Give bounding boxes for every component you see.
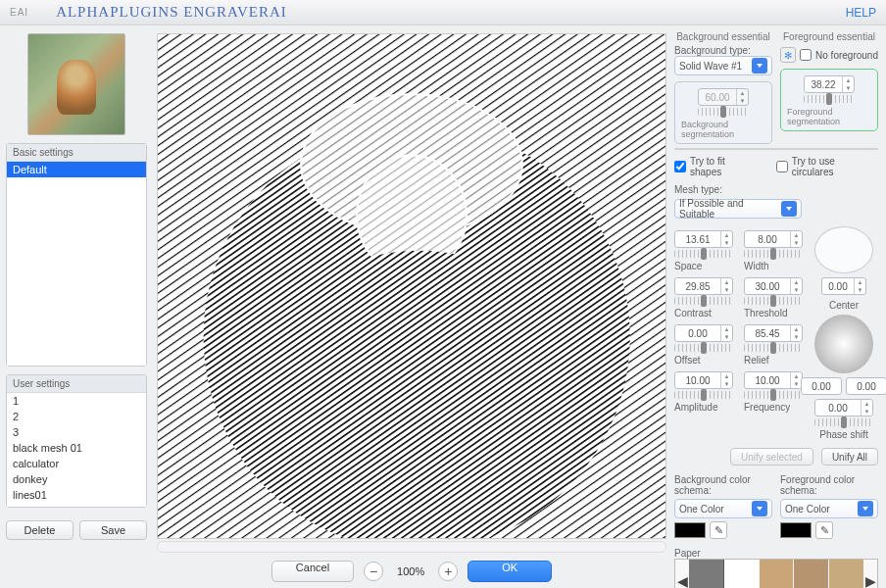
eyedropper-icon[interactable]: ✎ <box>710 521 727 539</box>
cancel-button[interactable]: Cancel <box>271 561 354 582</box>
phase-label: Phase shift <box>819 429 867 440</box>
width-input[interactable]: 8.00▲▼ <box>744 230 803 248</box>
contrast-input[interactable]: 29.85▲▼ <box>674 277 733 295</box>
list-item[interactable]: 2 <box>7 409 146 424</box>
offset-label: Offset <box>674 355 701 366</box>
paper-swatch[interactable]: paper03 <box>829 560 863 588</box>
frequency-label: Frequency <box>744 402 790 413</box>
tab-geometry[interactable]: Geometry <box>675 149 776 150</box>
phase-slider[interactable] <box>814 418 873 426</box>
center-gradient[interactable] <box>814 315 873 373</box>
bg-segmentation-label: Background segmentation <box>681 120 765 139</box>
no-foreground-checkbox[interactable]: No foreground <box>800 49 878 61</box>
threshold-slider[interactable] <box>744 297 803 305</box>
save-button[interactable]: Save <box>79 520 147 540</box>
space-input[interactable]: 13.61▲▼ <box>674 230 733 248</box>
paper-swatch[interactable]: paper01 <box>760 560 794 588</box>
paper-swatch[interactable]: None <box>689 560 723 588</box>
bg-type-value: Solid Wave #1 <box>679 61 742 72</box>
paper-label: Paper <box>674 548 878 559</box>
offset-input[interactable]: 0.00▲▼ <box>674 324 733 342</box>
list-item[interactable]: 3 <box>7 424 146 440</box>
eyedropper-icon[interactable]: ✎ <box>815 521 833 539</box>
bg-essential-header: Background essential <box>674 31 772 42</box>
user-settings-list[interactable]: 123black mesh 01calculatordonkeylines01m… <box>7 393 146 507</box>
amplitude-slider[interactable] <box>674 391 733 399</box>
mesh-type-value: If Possible and Suitable <box>679 198 781 220</box>
center-y-input[interactable]: 0.00 <box>846 377 886 395</box>
bg-schema-label: Background color schema: <box>674 474 772 496</box>
zoom-in-button[interactable]: + <box>438 562 458 581</box>
paper-swatch[interactable]: Solid <box>724 560 759 588</box>
fg-color-swatch[interactable] <box>780 522 812 538</box>
list-item[interactable]: calculator <box>7 456 146 471</box>
ok-button[interactable]: OK <box>468 561 552 582</box>
bg-color-swatch[interactable] <box>674 522 706 538</box>
mesh-type-label: Mesh type: <box>674 184 878 195</box>
list-item[interactable]: mesh 01 <box>7 503 146 507</box>
help-link[interactable]: HELP <box>846 6 876 20</box>
basic-settings-list[interactable]: Default <box>7 162 146 366</box>
list-item[interactable]: black mesh 01 <box>7 440 146 456</box>
bg-segmentation-slider <box>698 108 749 116</box>
amplitude-label: Amplitude <box>674 402 717 413</box>
frequency-input[interactable]: 10.00▲▼ <box>744 371 803 389</box>
paper-next-button[interactable]: ▶ <box>863 573 877 588</box>
relief-input[interactable]: 85.45▲▼ <box>744 324 803 342</box>
bg-type-select[interactable]: Solid Wave #1 <box>674 56 772 75</box>
preview-scrollbar[interactable] <box>157 541 666 553</box>
chevron-down-icon <box>752 501 767 516</box>
center-angle-input[interactable]: 0.00▲▼ <box>821 277 866 295</box>
user-settings-header: User settings <box>7 375 146 393</box>
source-thumbnail[interactable] <box>27 33 125 135</box>
bg-type-label: Background type: <box>674 45 772 56</box>
tab-randomness[interactable]: Randomness <box>776 149 877 150</box>
list-item[interactable]: Default <box>7 162 146 177</box>
paper-prev-button[interactable]: ◀ <box>675 573 689 588</box>
zoom-level: 100% <box>393 565 428 577</box>
unify-selected-button: Unify selected <box>730 448 813 466</box>
fg-segmentation-input[interactable]: 38.22▲▼ <box>804 75 855 93</box>
list-item[interactable]: donkey <box>7 471 146 487</box>
threshold-input[interactable]: 30.00▲▼ <box>744 277 803 295</box>
contrast-label: Contrast <box>674 308 712 318</box>
space-slider[interactable] <box>674 250 733 258</box>
fg-essential-header: Foreground essential <box>780 31 878 42</box>
app-title: ALPHAPLUGINS ENGRAVERAI <box>56 4 287 21</box>
preview-canvas[interactable] <box>157 33 666 539</box>
list-item[interactable]: 1 <box>7 393 146 409</box>
zoom-out-button[interactable]: − <box>364 562 383 581</box>
frequency-slider[interactable] <box>744 391 803 399</box>
threshold-label: Threshold <box>744 308 787 318</box>
fg-segmentation-label: Foreground segmentation <box>787 107 871 126</box>
fg-segmentation-slider[interactable] <box>804 95 855 103</box>
mesh-type-select[interactable]: If Possible and Suitable <box>674 199 802 219</box>
relief-slider[interactable] <box>744 344 803 352</box>
paper-swatch[interactable]: paper02 <box>794 560 828 588</box>
snowflake-icon[interactable]: ✻ <box>780 47 796 63</box>
fg-schema-select[interactable]: One Color <box>780 499 878 518</box>
amplitude-input[interactable]: 10.00▲▼ <box>674 371 733 389</box>
bg-schema-select[interactable]: One Color <box>674 499 772 518</box>
chevron-down-icon <box>858 501 873 516</box>
width-label: Width <box>744 261 769 271</box>
relief-label: Relief <box>744 355 769 366</box>
app-logo: EAI <box>10 7 28 18</box>
chevron-down-icon <box>781 201 797 217</box>
use-circulares-checkbox[interactable]: Try to use circulares <box>776 156 878 177</box>
list-item[interactable]: lines01 <box>7 487 146 503</box>
bg-segmentation-input: 60.00▲▼ <box>698 88 749 106</box>
chevron-down-icon <box>752 58 767 74</box>
width-slider[interactable] <box>744 250 803 258</box>
contrast-slider[interactable] <box>674 297 733 305</box>
unify-all-button[interactable]: Unify All <box>821 448 878 466</box>
center-x-input[interactable]: 0.00 <box>801 377 842 395</box>
fit-shapes-checkbox[interactable]: Try to fit shapes <box>674 156 759 177</box>
center-label: Center <box>829 300 859 311</box>
center-dial[interactable] <box>814 226 873 273</box>
fg-schema-label: Foreground color schema: <box>780 474 878 496</box>
offset-slider[interactable] <box>674 344 733 352</box>
phase-input[interactable]: 0.00▲▼ <box>814 399 873 416</box>
paper-list[interactable]: NoneSolidpaper01paper02paper03 <box>689 560 863 588</box>
delete-button[interactable]: Delete <box>6 520 74 540</box>
